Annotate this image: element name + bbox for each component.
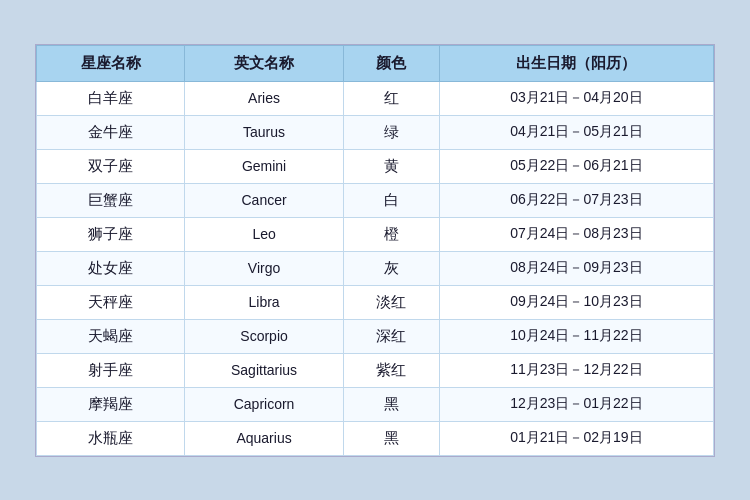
table-row: 白羊座Aries红03月21日－04月20日 xyxy=(37,81,714,115)
cell-row6-col1: Libra xyxy=(185,285,344,319)
cell-row5-col1: Virgo xyxy=(185,251,344,285)
cell-row3-col3: 06月22日－07月23日 xyxy=(439,183,713,217)
cell-row10-col0: 水瓶座 xyxy=(37,421,185,455)
header-color: 颜色 xyxy=(343,45,439,81)
cell-row6-col3: 09月24日－10月23日 xyxy=(439,285,713,319)
cell-row0-col2: 红 xyxy=(343,81,439,115)
cell-row2-col2: 黄 xyxy=(343,149,439,183)
cell-row10-col2: 黑 xyxy=(343,421,439,455)
table-body: 白羊座Aries红03月21日－04月20日金牛座Taurus绿04月21日－0… xyxy=(37,81,714,455)
cell-row5-col3: 08月24日－09月23日 xyxy=(439,251,713,285)
cell-row1-col2: 绿 xyxy=(343,115,439,149)
cell-row0-col1: Aries xyxy=(185,81,344,115)
cell-row9-col0: 摩羯座 xyxy=(37,387,185,421)
cell-row10-col1: Aquarius xyxy=(185,421,344,455)
table-row: 天蝎座Scorpio深红10月24日－11月22日 xyxy=(37,319,714,353)
table-row: 狮子座Leo橙07月24日－08月23日 xyxy=(37,217,714,251)
cell-row8-col2: 紫红 xyxy=(343,353,439,387)
cell-row0-col3: 03月21日－04月20日 xyxy=(439,81,713,115)
cell-row6-col0: 天秤座 xyxy=(37,285,185,319)
cell-row4-col2: 橙 xyxy=(343,217,439,251)
cell-row2-col0: 双子座 xyxy=(37,149,185,183)
cell-row4-col3: 07月24日－08月23日 xyxy=(439,217,713,251)
zodiac-table: 星座名称 英文名称 颜色 出生日期（阳历） 白羊座Aries红03月21日－04… xyxy=(36,45,714,456)
header-english-name: 英文名称 xyxy=(185,45,344,81)
table-row: 天秤座Libra淡红09月24日－10月23日 xyxy=(37,285,714,319)
cell-row1-col0: 金牛座 xyxy=(37,115,185,149)
table-row: 处女座Virgo灰08月24日－09月23日 xyxy=(37,251,714,285)
table-row: 双子座Gemini黄05月22日－06月21日 xyxy=(37,149,714,183)
cell-row5-col0: 处女座 xyxy=(37,251,185,285)
cell-row3-col2: 白 xyxy=(343,183,439,217)
cell-row2-col1: Gemini xyxy=(185,149,344,183)
cell-row0-col0: 白羊座 xyxy=(37,81,185,115)
header-chinese-name: 星座名称 xyxy=(37,45,185,81)
table-row: 摩羯座Capricorn黑12月23日－01月22日 xyxy=(37,387,714,421)
zodiac-table-container: 星座名称 英文名称 颜色 出生日期（阳历） 白羊座Aries红03月21日－04… xyxy=(35,44,715,457)
cell-row5-col2: 灰 xyxy=(343,251,439,285)
cell-row10-col3: 01月21日－02月19日 xyxy=(439,421,713,455)
cell-row8-col1: Sagittarius xyxy=(185,353,344,387)
header-date: 出生日期（阳历） xyxy=(439,45,713,81)
cell-row3-col1: Cancer xyxy=(185,183,344,217)
cell-row3-col0: 巨蟹座 xyxy=(37,183,185,217)
cell-row1-col3: 04月21日－05月21日 xyxy=(439,115,713,149)
cell-row6-col2: 淡红 xyxy=(343,285,439,319)
cell-row8-col3: 11月23日－12月22日 xyxy=(439,353,713,387)
cell-row7-col2: 深红 xyxy=(343,319,439,353)
cell-row2-col3: 05月22日－06月21日 xyxy=(439,149,713,183)
table-row: 射手座Sagittarius紫红11月23日－12月22日 xyxy=(37,353,714,387)
cell-row9-col2: 黑 xyxy=(343,387,439,421)
table-row: 巨蟹座Cancer白06月22日－07月23日 xyxy=(37,183,714,217)
table-row: 金牛座Taurus绿04月21日－05月21日 xyxy=(37,115,714,149)
table-header-row: 星座名称 英文名称 颜色 出生日期（阳历） xyxy=(37,45,714,81)
cell-row8-col0: 射手座 xyxy=(37,353,185,387)
cell-row7-col0: 天蝎座 xyxy=(37,319,185,353)
cell-row4-col1: Leo xyxy=(185,217,344,251)
cell-row7-col1: Scorpio xyxy=(185,319,344,353)
cell-row4-col0: 狮子座 xyxy=(37,217,185,251)
cell-row7-col3: 10月24日－11月22日 xyxy=(439,319,713,353)
cell-row1-col1: Taurus xyxy=(185,115,344,149)
cell-row9-col3: 12月23日－01月22日 xyxy=(439,387,713,421)
cell-row9-col1: Capricorn xyxy=(185,387,344,421)
table-row: 水瓶座Aquarius黑01月21日－02月19日 xyxy=(37,421,714,455)
